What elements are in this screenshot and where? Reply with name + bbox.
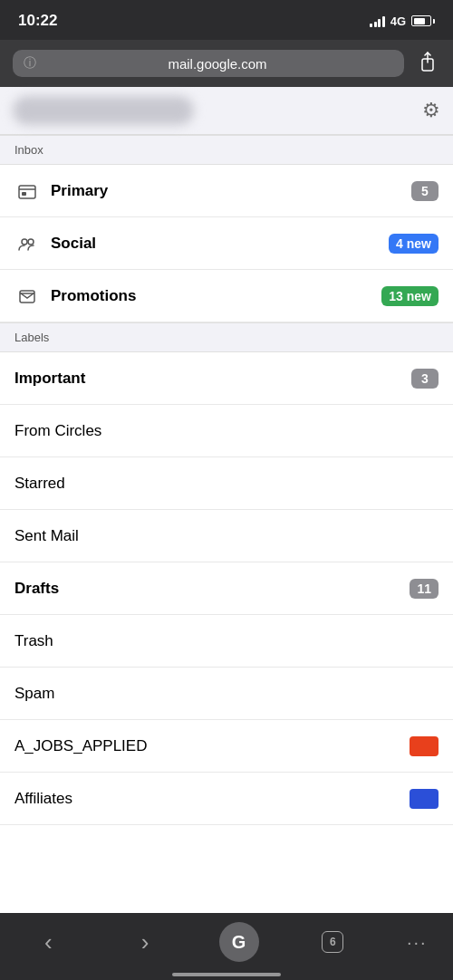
promotions-label: Promotions	[51, 287, 381, 305]
social-icon	[14, 231, 40, 256]
svg-point-4	[28, 239, 34, 245]
label-drafts-item[interactable]: Drafts 11	[0, 562, 453, 615]
svg-rect-1	[19, 186, 35, 198]
drafts-badge: 11	[410, 579, 439, 599]
url-bar[interactable]: ⓘ mail.google.com	[13, 50, 404, 77]
sent-mail-label: Sent Mail	[14, 527, 439, 545]
network-label: 4G	[390, 14, 406, 28]
settings-button[interactable]: ⚙	[422, 99, 440, 122]
labels-section-header: Labels	[0, 322, 453, 352]
social-label: Social	[51, 235, 389, 253]
tabs-count: 6	[322, 931, 343, 953]
affiliates-label: Affiliates	[14, 790, 410, 808]
inbox-social-item[interactable]: Social 4 new	[0, 217, 453, 270]
primary-badge: 5	[411, 181, 439, 201]
google-button[interactable]: G	[219, 922, 259, 962]
label-sent-mail-item[interactable]: Sent Mail	[0, 510, 453, 562]
label-spam-item[interactable]: Spam	[0, 668, 453, 720]
promotions-badge: 13 new	[381, 286, 439, 306]
svg-point-3	[22, 239, 27, 245]
inbox-section-header: Inbox	[0, 135, 453, 165]
status-icons: 4G	[370, 14, 435, 28]
label-from-circles-item[interactable]: From Circles	[0, 405, 453, 457]
inbox-promotions-item[interactable]: Promotions 13 new	[0, 270, 453, 322]
status-bar: 10:22 4G	[0, 0, 453, 40]
label-jobs-item[interactable]: A_JOBS_APPLIED	[0, 720, 453, 773]
profile-blur	[13, 96, 194, 125]
url-text: mail.google.com	[42, 56, 393, 72]
label-important-item[interactable]: Important 3	[0, 352, 453, 405]
info-icon: ⓘ	[24, 55, 36, 72]
trash-label: Trash	[14, 632, 439, 650]
primary-inbox-icon	[14, 178, 40, 204]
starred-label: Starred	[14, 475, 439, 493]
important-label: Important	[14, 370, 411, 388]
status-time: 10:22	[18, 12, 57, 30]
share-button[interactable]	[415, 48, 440, 80]
affiliates-color-swatch	[410, 789, 439, 809]
jobs-label: A_JOBS_APPLIED	[14, 737, 410, 755]
promotions-icon	[14, 283, 40, 309]
spam-label: Spam	[14, 685, 439, 703]
home-indicator	[172, 973, 281, 976]
important-badge: 3	[411, 369, 439, 389]
svg-rect-2	[22, 192, 26, 196]
drafts-label: Drafts	[14, 580, 410, 598]
forward-button[interactable]: ›	[122, 922, 168, 962]
svg-rect-5	[20, 291, 34, 303]
tabs-button[interactable]: 6	[310, 922, 355, 962]
label-starred-item[interactable]: Starred	[0, 457, 453, 510]
jobs-color-swatch	[410, 736, 439, 756]
back-button[interactable]: ‹	[25, 922, 71, 962]
browser-bar: ⓘ mail.google.com	[0, 40, 453, 87]
primary-label: Primary	[51, 182, 411, 200]
profile-area: ⚙	[0, 87, 453, 135]
signal-icon	[370, 14, 385, 27]
inbox-primary-item[interactable]: Primary 5	[0, 165, 453, 217]
label-affiliates-item[interactable]: Affiliates	[0, 773, 453, 825]
battery-icon	[411, 15, 435, 26]
social-badge: 4 new	[389, 234, 439, 254]
more-button[interactable]: ···	[407, 932, 428, 953]
label-trash-item[interactable]: Trash	[0, 615, 453, 668]
bottom-nav: ‹ › G 6 ···	[0, 913, 453, 980]
from-circles-label: From Circles	[14, 422, 439, 440]
